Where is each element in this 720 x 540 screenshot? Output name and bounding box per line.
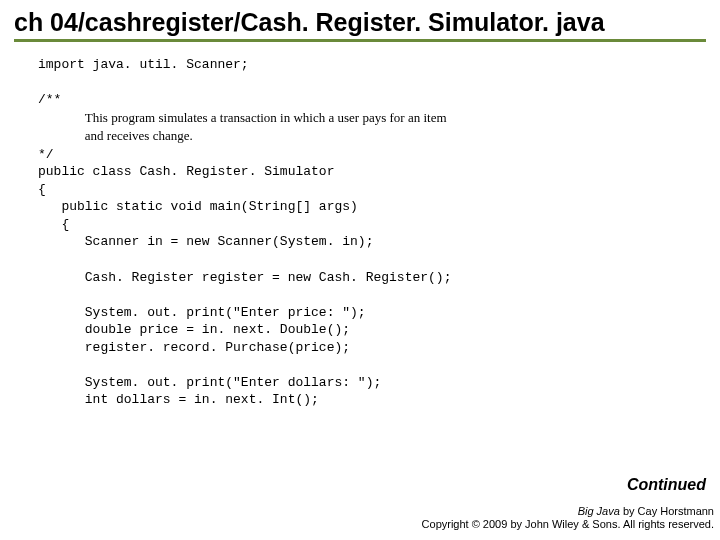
javadoc-line: This program simulates a transaction in … <box>85 110 447 125</box>
code-line: Scanner in = new Scanner(System. in); <box>38 234 373 249</box>
code-line: { <box>38 217 69 232</box>
code-line: int dollars = in. next. Int(); <box>38 392 319 407</box>
continued-label: Continued <box>627 476 706 494</box>
code-line: */ <box>38 147 54 162</box>
book-title: Big Java <box>578 505 620 517</box>
slide-container: ch 04/cashregister/Cash. Register. Simul… <box>0 0 720 409</box>
code-line: { <box>38 182 46 197</box>
code-line: double price = in. next. Double(); <box>38 322 350 337</box>
code-line: public static void main(String[] args) <box>38 199 358 214</box>
javadoc-line: and receives change. <box>85 128 193 143</box>
code-line: Cash. Register register = new Cash. Regi… <box>38 270 451 285</box>
code-line: System. out. print("Enter price: "); <box>38 305 366 320</box>
code-line: public class Cash. Register. Simulator <box>38 164 334 179</box>
footer-copyright: Copyright © 2009 by John Wiley & Sons. A… <box>422 518 714 532</box>
code-listing: import java. util. Scanner; /** This pro… <box>14 56 706 409</box>
code-line: register. record. Purchase(price); <box>38 340 350 355</box>
code-line: /** <box>38 92 61 107</box>
code-line: import java. util. Scanner; <box>38 57 249 72</box>
title-underline <box>14 39 706 42</box>
footer-line-1: Big Java by Cay Horstmann <box>422 505 714 519</box>
footer: Big Java by Cay Horstmann Copyright © 20… <box>422 505 714 533</box>
book-author: by Cay Horstmann <box>620 505 714 517</box>
code-line: System. out. print("Enter dollars: "); <box>38 375 381 390</box>
slide-title: ch 04/cashregister/Cash. Register. Simul… <box>14 8 706 37</box>
